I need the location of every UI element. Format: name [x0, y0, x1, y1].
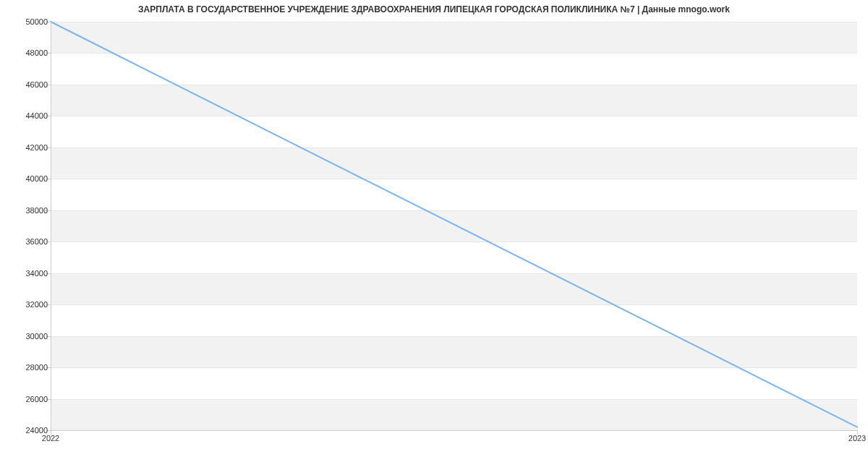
y-axis-line — [51, 22, 51, 430]
y-tick-label: 30000 — [25, 332, 48, 341]
chart-title: ЗАРПЛАТА В ГОСУДАРСТВЕННОЕ УЧРЕЖДЕНИЕ ЗД… — [0, 4, 868, 14]
y-tick-label: 40000 — [25, 174, 48, 183]
x-tick-label: 2023 — [848, 434, 866, 443]
x-axis-line — [51, 430, 857, 431]
y-tick-label: 44000 — [25, 111, 48, 120]
y-tick-label: 32000 — [25, 300, 48, 309]
series-line — [51, 22, 857, 427]
y-tick-label: 38000 — [25, 206, 48, 215]
line-layer — [51, 22, 857, 430]
y-tick-label: 46000 — [25, 80, 48, 89]
y-tick-label: 26000 — [25, 395, 48, 403]
y-tick-label: 48000 — [25, 48, 48, 57]
plot-area — [51, 22, 857, 430]
y-tick-label: 42000 — [25, 143, 48, 152]
y-tick-label: 36000 — [25, 237, 48, 246]
y-tick-label: 28000 — [25, 363, 48, 372]
x-tick-label: 2022 — [42, 434, 59, 443]
y-tick-label: 34000 — [25, 269, 48, 278]
salary-line-chart: ЗАРПЛАТА В ГОСУДАРСТВЕННОЕ УЧРЕЖДЕНИЕ ЗД… — [0, 0, 868, 470]
y-tick-label: 50000 — [25, 17, 48, 26]
